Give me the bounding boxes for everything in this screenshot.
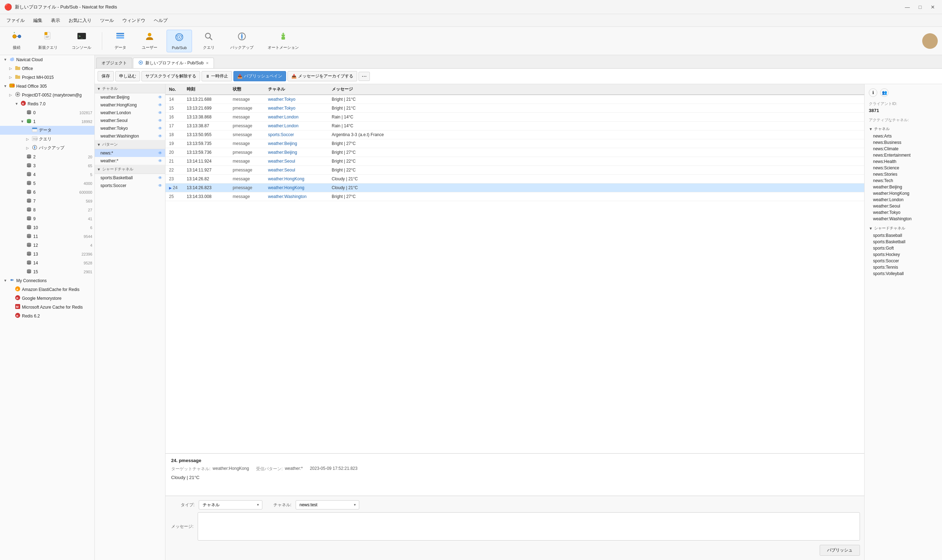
toolbar-btn-backup[interactable]: バックアップ: [225, 29, 259, 52]
save-button[interactable]: 保存: [98, 71, 114, 81]
sidebar-item-project-mh[interactable]: ▷Project MH-0015: [0, 73, 94, 82]
toolbar-btn-user[interactable]: ユーザー: [137, 29, 162, 52]
archive-button[interactable]: 📥 メッセージをアーカイブする: [288, 71, 357, 81]
shard-item-0[interactable]: sports:Basketball👁: [95, 174, 165, 182]
tab-objects[interactable]: オブジェクト: [96, 58, 132, 68]
sidebar-item-backup[interactable]: ▷バックアップ: [0, 143, 94, 152]
menu-item-お気に入り[interactable]: お気に入り: [65, 16, 95, 25]
table-row[interactable]: 2513:14:33.008messageweather:WashingtonB…: [165, 192, 864, 201]
pattern-eye-icon-1[interactable]: 👁: [158, 158, 162, 163]
channel-eye-icon-4[interactable]: 👁: [158, 126, 162, 131]
channel-item-0[interactable]: weather:Beijing👁: [95, 93, 165, 101]
sidebar-item-db-8[interactable]: 827: [0, 205, 94, 214]
sidebar-item-db-3[interactable]: 365: [0, 161, 94, 170]
sidebar-item-db-10[interactable]: 106: [0, 223, 94, 232]
shard-section-header[interactable]: ▼シャードチャネル: [95, 165, 165, 174]
table-row[interactable]: 2313:14:26.82messageweather:HongKongClou…: [165, 175, 864, 183]
menu-item-ヘルプ[interactable]: ヘルプ: [150, 16, 171, 25]
unsubscribe-button[interactable]: サブスクライブを解除する: [142, 71, 200, 81]
table-row[interactable]: 2113:14:11.924messageweather:SeoulBright…: [165, 157, 864, 166]
toolbar-btn-console[interactable]: >_コンソール: [67, 29, 96, 52]
toolbar-btn-automation[interactable]: オートメーション: [263, 29, 304, 52]
sidebar-item-microsoft-azure[interactable]: MMicrosoft Azure Cache for Redis: [0, 303, 94, 311]
publish-pane-button[interactable]: 📤 パブリッシュペイン: [233, 71, 286, 81]
publish-button[interactable]: パブリッシュ: [820, 545, 860, 556]
sidebar-item-db-6[interactable]: 6600000: [0, 188, 94, 197]
shard-eye-icon-0[interactable]: 👁: [158, 175, 162, 180]
sidebar-item-db-12[interactable]: 124: [0, 241, 94, 249]
sidebar-item-db-1[interactable]: ▼118992: [0, 117, 94, 126]
sidebar-item-query[interactable]: ▷SQLクエリ: [0, 135, 94, 143]
pause-button[interactable]: ⏸ 一時停止: [202, 71, 232, 81]
table-row[interactable]: 1713:13:38.87pmessageweather:LondonRain …: [165, 122, 864, 131]
menu-item-ファイル[interactable]: ファイル: [3, 16, 28, 25]
sidebar-item-db-11[interactable]: 119544: [0, 232, 94, 241]
sidebar-item-db-7[interactable]: 7569: [0, 197, 94, 205]
message-table-container[interactable]: No. 時刻 状態 チャネル メッセージ 1413:13:21.688messa…: [165, 84, 864, 453]
sidebar-item-project-dt[interactable]: ▷ProjectDT-0052 (marybrown@g: [0, 91, 94, 99]
table-row[interactable]: 1413:13:21.688messageweather:TokyoBright…: [165, 95, 864, 104]
sidebar-item-amazon-elasticache[interactable]: AAmazon ElastiCache for Redis: [0, 285, 94, 294]
menu-item-編集[interactable]: 編集: [30, 16, 46, 25]
shard-item-1[interactable]: sports:Soccer👁: [95, 182, 165, 189]
channel-eye-icon-0[interactable]: 👁: [158, 95, 162, 100]
toolbar-btn-data[interactable]: データ: [108, 29, 132, 52]
type-select[interactable]: チャネルパターンシャードチャネル: [199, 500, 262, 509]
tab-close-pubsub[interactable]: ✕: [206, 61, 209, 65]
pattern-item-1[interactable]: weather:*👁: [95, 157, 165, 165]
sidebar-item-data[interactable]: データ: [0, 126, 94, 135]
close-button[interactable]: ✕: [928, 2, 938, 12]
sidebar-item-db-2[interactable]: 220: [0, 152, 94, 161]
apply-button[interactable]: 申し込む: [115, 71, 140, 81]
pattern-item-0[interactable]: news:*👁: [95, 149, 165, 157]
sidebar-item-navicat-cloud[interactable]: ▼Navicat Cloud: [0, 55, 94, 64]
menu-item-表示[interactable]: 表示: [48, 16, 64, 25]
user-icon[interactable]: 👥: [880, 88, 889, 97]
table-row[interactable]: 2213:14:11.927pmessageweather:SeoulBrigh…: [165, 166, 864, 175]
table-row[interactable]: 1513:13:21.699pmessageweather:TokyoBrigh…: [165, 104, 864, 113]
right-shard-section[interactable]: ▼ シャードチャネル: [869, 226, 938, 231]
sidebar-item-db-14[interactable]: 149528: [0, 258, 94, 267]
menu-item-ツール[interactable]: ツール: [97, 16, 117, 25]
pattern-section-header[interactable]: ▼パターン: [95, 140, 165, 149]
channel-eye-icon-5[interactable]: 👁: [158, 134, 162, 138]
message-input[interactable]: [198, 512, 860, 540]
toolbar-btn-connect[interactable]: +接続: [4, 29, 29, 52]
channel-eye-icon-2[interactable]: 👁: [158, 110, 162, 115]
channel-item-5[interactable]: weather:Washington👁: [95, 132, 165, 140]
user-avatar[interactable]: [922, 33, 938, 49]
toolbar-btn-pubsub[interactable]: Pub/Sub: [166, 30, 192, 52]
maximize-button[interactable]: □: [915, 2, 925, 12]
table-row[interactable]: 1913:13:59.735messageweather:BeijingBrig…: [165, 139, 864, 148]
shard-eye-icon-1[interactable]: 👁: [158, 183, 162, 188]
channel-item-1[interactable]: weather:HongKong👁: [95, 101, 165, 109]
sidebar-item-db-4[interactable]: 45: [0, 170, 94, 179]
toolbar-btn-new-query[interactable]: 新規クエリ: [33, 29, 63, 52]
channel-select[interactable]: news:testweather:Beijingweather:HongKong…: [296, 500, 359, 509]
sidebar-item-my-connections[interactable]: ▼My Connections: [0, 276, 94, 285]
sidebar-item-db-15[interactable]: 152901: [0, 267, 94, 276]
table-row[interactable]: 1813:13:50.955smessagesports:SoccerArgen…: [165, 131, 864, 139]
tab-pubsub[interactable]: 新しいプロファイル - Pub/Sub✕: [133, 58, 214, 68]
sidebar-item-redis-62[interactable]: RRedis 6.2: [0, 311, 94, 320]
table-row[interactable]: ▶ 2413:14:26.823pmessageweather:HongKong…: [165, 183, 864, 192]
info-icon[interactable]: ℹ: [869, 88, 877, 97]
channel-eye-icon-1[interactable]: 👁: [158, 103, 162, 108]
right-channel-section[interactable]: ▼ チャネル: [869, 126, 938, 132]
table-row[interactable]: 1613:13:38.868messageweather:LondonRain …: [165, 113, 864, 122]
menu-item-ウィンドウ[interactable]: ウィンドウ: [119, 16, 149, 25]
sidebar-item-db-9[interactable]: 941: [0, 214, 94, 223]
sidebar-item-db-0[interactable]: 0102817: [0, 108, 94, 117]
more-button[interactable]: ⋯: [359, 72, 370, 81]
table-row[interactable]: 2013:13:59.736pmessageweather:BeijingBri…: [165, 148, 864, 157]
toolbar-btn-query[interactable]: クエリ: [196, 29, 221, 52]
sidebar-item-head-office-305[interactable]: ▼Head Office 305: [0, 82, 94, 91]
channel-eye-icon-3[interactable]: 👁: [158, 118, 162, 123]
sidebar-item-redis-70[interactable]: ▼RRedis 7.0: [0, 99, 94, 108]
channel-item-4[interactable]: weather:Tokyo👁: [95, 125, 165, 132]
sidebar-item-db-13[interactable]: 1322396: [0, 249, 94, 258]
channel-section-header[interactable]: ▼チャネル: [95, 84, 165, 93]
pattern-eye-icon-0[interactable]: 👁: [158, 151, 162, 155]
minimize-button[interactable]: —: [902, 2, 912, 12]
channel-item-3[interactable]: weather:Seoul👁: [95, 117, 165, 125]
